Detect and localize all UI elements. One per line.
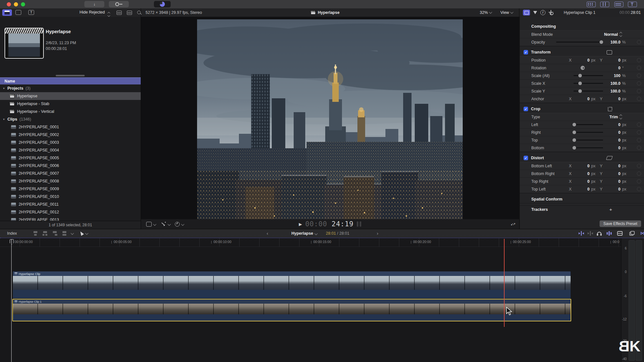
clip-row[interactable]: 2HYPERLAPSE_0012 — [0, 208, 141, 216]
tab-share-inspector[interactable] — [549, 10, 553, 15]
transform-section-header[interactable]: ✓ Transform — [520, 48, 644, 56]
compositing-section-header[interactable]: Compositing — [520, 23, 644, 30]
clip-row[interactable]: 2HYPERLAPSE_0013 — [0, 216, 141, 221]
reset-button[interactable] — [629, 146, 641, 150]
reset-button[interactable] — [629, 40, 641, 44]
distort-section-header[interactable]: ✓ Distort — [520, 154, 644, 162]
scale-x-slider[interactable] — [556, 80, 604, 87]
playhead-line[interactable] — [11, 239, 12, 362]
snapping-button[interactable]: ⋈ — [640, 230, 644, 236]
clips-group-row[interactable]: ▼ Clips (1346) — [0, 115, 141, 123]
add-tracker-button[interactable]: + — [609, 207, 612, 212]
timeline-ruler[interactable]: 00:00:00:00 00:00:05:00 00:00:10:00 00:0… — [0, 238, 621, 247]
save-effects-preset-button[interactable]: Save Effects Preset — [600, 220, 641, 227]
crop-onscreen-controls-icon[interactable] — [608, 107, 612, 111]
chevron-down-icon[interactable] — [71, 232, 74, 235]
trim-end-button[interactable] — [587, 231, 593, 236]
spatial-conform-section-header[interactable]: Spatial Conform — [520, 195, 644, 203]
workspace-rows-icon[interactable] — [614, 2, 623, 7]
crop-checkbox[interactable]: ✓ — [524, 107, 528, 111]
clip-row[interactable]: 2HYPERLAPSE_0004 — [0, 146, 141, 154]
crop-left-slider[interactable] — [556, 121, 604, 128]
distort-onscreen-controls-icon[interactable] — [606, 156, 613, 160]
reset-button[interactable] — [629, 122, 641, 127]
viewer-video-frame[interactable] — [197, 19, 463, 219]
clip-row[interactable]: 2HYPERLAPSE_0010 — [0, 193, 141, 201]
scale-all-slider[interactable] — [556, 72, 604, 79]
viewer-zoom-dropdown[interactable]: 32% — [480, 10, 492, 15]
background-tasks-button[interactable] — [154, 1, 171, 7]
crop-type-dropdown[interactable]: Trim — [577, 115, 622, 119]
connect-clip-button[interactable] — [33, 231, 38, 236]
project-row-hyperlapse-vertical[interactable]: Hyperlapse - Vertical — [0, 108, 141, 115]
clip-row[interactable]: 2HYPERLAPSE_0006 — [0, 162, 141, 170]
reset-button[interactable] — [629, 73, 641, 78]
clip-row[interactable]: 2HYPERLAPSE_0009 — [0, 185, 141, 193]
reset-button[interactable] — [629, 81, 641, 85]
timeline-clip-hyperlapse[interactable]: Hyperlapse Clip — [13, 271, 571, 298]
crop-section-header[interactable]: ✓ Crop — [520, 105, 644, 113]
reset-button[interactable] — [629, 138, 641, 142]
transform-tool-dropdown[interactable] — [146, 222, 156, 227]
apps-grid-icon[interactable] — [587, 2, 596, 7]
crop-bottom-slider[interactable] — [556, 144, 604, 152]
minimize-window-button[interactable] — [14, 2, 18, 6]
clip-row[interactable]: 2HYPERLAPSE_0007 — [0, 170, 141, 177]
disclosure-triangle-icon[interactable]: ▼ — [3, 87, 6, 90]
crop-right-slider[interactable] — [556, 129, 604, 136]
tab-info-inspector[interactable]: i — [540, 10, 545, 15]
rotation-field[interactable]: 0 — [604, 66, 620, 70]
project-thumbnail[interactable] — [5, 28, 44, 59]
transform-onscreen-controls-icon[interactable] — [607, 50, 612, 54]
clip-row[interactable]: 2HYPERLAPSE_0003 — [0, 139, 141, 146]
anchor-y-field[interactable]: 0 — [604, 97, 620, 101]
filmstrip-view-button[interactable] — [127, 11, 132, 16]
timeline-index-button[interactable] — [629, 231, 635, 236]
tab-video-inspector[interactable] — [523, 10, 530, 15]
reset-button[interactable] — [629, 171, 641, 176]
enhancements-dropdown[interactable] — [161, 222, 170, 226]
trackers-section-header[interactable]: Trackers + — [520, 205, 644, 213]
clip-filter-dropdown[interactable]: Hide Rejected — [80, 10, 110, 16]
photos-sidebar-toggle[interactable] — [15, 10, 21, 16]
workspace-columns-icon[interactable] — [600, 2, 609, 7]
position-x-field[interactable]: 0 — [573, 58, 590, 63]
append-clip-button[interactable] — [52, 231, 57, 236]
crop-top-slider[interactable] — [556, 136, 604, 144]
reset-button[interactable] — [629, 164, 641, 168]
previous-project-button[interactable]: ‹ — [267, 230, 268, 236]
timeline-clip-hyperlapse-clip-1-selected[interactable]: Hyperlapse Clip 1 — [12, 299, 571, 321]
reset-button[interactable] — [629, 97, 641, 101]
search-button[interactable] — [137, 11, 141, 15]
opacity-slider[interactable] — [556, 38, 604, 46]
audio-skimming-button[interactable] — [606, 231, 612, 236]
transform-checkbox[interactable]: ✓ — [524, 50, 528, 54]
timeline-project-dropdown[interactable]: Hyperlapse — [291, 231, 317, 236]
clip-row[interactable]: 2HYPERLAPSE_0005 — [0, 154, 141, 162]
download-button[interactable]: ↓ — [84, 1, 104, 7]
reset-button[interactable] — [629, 179, 641, 183]
overwrite-clip-button[interactable] — [62, 231, 67, 236]
audio-monitor-button[interactable] — [596, 231, 602, 236]
zoom-window-button[interactable] — [21, 2, 25, 6]
media-sidebar-toggle[interactable] — [2, 9, 12, 16]
viewer-timecode[interactable]: 00:00 24:19 — [305, 220, 354, 228]
clip-row[interactable]: 2HYPERLAPSE_0001 — [0, 123, 141, 131]
clip-row[interactable]: 2HYPERLAPSE_0002 — [0, 131, 141, 139]
disclosure-triangle-icon[interactable]: ▼ — [3, 118, 6, 121]
mini-audio-meter-icon[interactable] — [357, 221, 361, 227]
panel-resize-handle[interactable] — [56, 75, 85, 76]
trim-start-button[interactable] — [578, 231, 584, 236]
share-icon[interactable] — [628, 2, 637, 7]
fullscreen-button[interactable]: ↙↗ — [511, 222, 515, 226]
scale-y-slider[interactable] — [556, 87, 604, 95]
reset-button[interactable] — [629, 66, 641, 70]
retime-dropdown[interactable] — [175, 222, 184, 227]
reset-button[interactable] — [629, 58, 641, 62]
project-row-hyperlapse[interactable]: Hyperlapse — [0, 92, 141, 100]
tool-selector-dropdown[interactable] — [80, 231, 88, 235]
titles-sidebar-toggle[interactable]: T — [28, 10, 34, 15]
close-window-button[interactable] — [7, 2, 11, 6]
anchor-x-field[interactable]: 0 — [573, 97, 590, 101]
list-view-button[interactable] — [117, 11, 122, 16]
